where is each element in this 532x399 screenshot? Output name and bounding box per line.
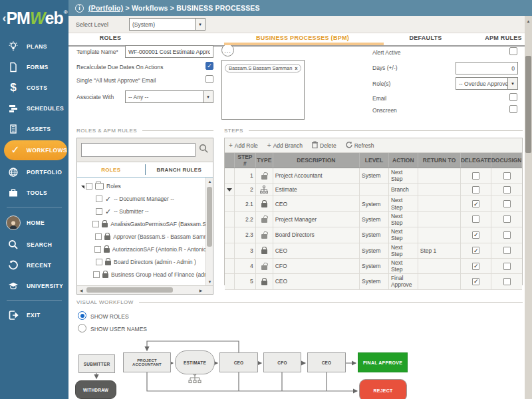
email-checkbox[interactable] [509, 93, 517, 101]
roles-dropdown[interactable]: -- Overdue Approver -- ▼ [456, 77, 518, 90]
sidebar-item-assets[interactable]: ASSETS [0, 118, 68, 139]
tab-branch-rules[interactable]: BRANCH RULES [146, 162, 213, 177]
row-expand-cell[interactable] [225, 227, 235, 242]
table-row[interactable]: 4 CFO System Next Step [225, 259, 522, 274]
select-level-dropdown[interactable]: (System) ▼ [129, 18, 205, 31]
delegate-checkbox[interactable] [472, 231, 479, 239]
column-header-delegate[interactable]: DELEGATE [461, 153, 491, 168]
delegate-checkbox[interactable] [472, 186, 479, 194]
tree-item-checkbox[interactable] [96, 259, 102, 265]
node-cfo[interactable]: CFO [263, 352, 301, 372]
column-header-step[interactable]: STEP # [235, 153, 256, 168]
tree-vertical-scrollbar[interactable]: ▲ ▼ [205, 178, 213, 285]
node-withdraw[interactable]: WITHDRAW [75, 380, 116, 399]
tree-item[interactable]: ✓ -- Document Manager -- [77, 192, 213, 205]
delegate-checkbox[interactable] [472, 278, 479, 285]
docusign-checkbox[interactable] [503, 263, 511, 270]
delegate-checkbox[interactable] [472, 247, 479, 254]
info-icon[interactable]: i [75, 4, 84, 13]
roles-search-input[interactable] [81, 143, 196, 157]
docusign-checkbox[interactable] [503, 247, 511, 254]
tree-item-checkbox[interactable] [94, 246, 101, 253]
tree-item[interactable]: ✓ AutorizacionSAF (Antonio.R - Antonio R… [77, 243, 213, 255]
docusign-checkbox[interactable] [503, 200, 511, 207]
tree-item-checkbox[interactable] [96, 196, 102, 202]
row-expand-cell[interactable] [225, 259, 235, 273]
single-email-checkbox[interactable] [205, 75, 213, 83]
node-submitter[interactable]: SUBMITTER [78, 354, 115, 373]
chevron-down-icon[interactable]: ▼ [195, 19, 205, 30]
row-expand-cell[interactable] [225, 243, 235, 258]
add-branch-button[interactable]: + Add Branch [267, 142, 303, 149]
sidebar-item-search[interactable]: SEARCH [0, 234, 68, 255]
tree-item[interactable]: ✓ -- Submitter -- [77, 205, 213, 217]
column-header-level[interactable]: LEVEL [360, 153, 389, 168]
table-row[interactable]: 2.3 Board Directors System Next Step [225, 227, 522, 243]
docusign-checkbox[interactable] [503, 172, 511, 180]
refresh-button[interactable]: Refresh [346, 142, 374, 150]
node-estimate[interactable]: ESTIMATE [175, 350, 215, 374]
notification-users-box[interactable]: Bassam.S Bassam Samman x [221, 60, 305, 120]
node-ceo-1[interactable]: CEO [219, 352, 258, 372]
sidebar-item-home[interactable]: HOME [0, 211, 68, 234]
delegate-checkbox[interactable] [472, 263, 479, 270]
table-row[interactable]: 1 Project Accountant System Next Step [225, 168, 522, 184]
delegate-checkbox[interactable] [472, 215, 479, 223]
node-reject[interactable]: REJECT [359, 379, 407, 399]
sidebar-item-university[interactable]: UNIVERSITY [0, 275, 68, 296]
row-expand-cell[interactable] [225, 168, 235, 183]
ellipsis-button[interactable]: ... [221, 44, 234, 57]
row-expand-cell[interactable] [225, 196, 235, 211]
chevron-down-icon[interactable]: ▼ [203, 91, 213, 102]
tab-roles-inner[interactable]: ROLES [77, 162, 145, 177]
sidebar-item-recent[interactable]: RECENT [0, 255, 68, 275]
scroll-left-icon[interactable]: ◀ [77, 286, 85, 294]
recalculate-checkbox[interactable] [205, 62, 213, 70]
row-expand-cell[interactable] [225, 212, 235, 227]
tree-item[interactable]: ✓ Business Group Head of Finance (admin … [77, 268, 213, 281]
tree-item-checkbox[interactable] [95, 233, 102, 240]
tab-business-processes[interactable]: BUSINESS PROCESSES (BPM) [256, 35, 349, 41]
add-role-button[interactable]: + Add Role [229, 142, 258, 149]
expand-caret-icon[interactable] [227, 188, 232, 192]
docusign-checkbox[interactable] [503, 186, 511, 194]
sidebar-item-schedules[interactable]: SCHEDULES [0, 98, 68, 118]
tree-item-checkbox[interactable] [93, 271, 100, 278]
remove-tag-icon[interactable]: x [295, 66, 297, 70]
sidebar-item-forms[interactable]: FORMS [0, 57, 68, 77]
docusign-checkbox[interactable] [503, 215, 511, 223]
sidebar-item-exit[interactable]: EXIT [0, 305, 68, 325]
tab-roles[interactable]: ROLES [100, 35, 122, 41]
tree-item-checkbox[interactable] [96, 208, 102, 215]
table-row[interactable]: 2.1 CEO System Next Step [225, 196, 522, 211]
tree-item[interactable]: ✓ AnalisisGastoPermisoSAF (Bassam.S - Ba… [77, 217, 213, 230]
breadcrumb-portfolio-link[interactable]: (Portfolio) [88, 4, 123, 12]
sidebar-item-plans[interactable]: PLANS [0, 36, 68, 57]
alert-active-checkbox[interactable] [509, 47, 517, 55]
tree-item-checkbox[interactable] [86, 183, 92, 190]
scroll-up-icon[interactable]: ▲ [525, 17, 532, 25]
scroll-right-icon[interactable]: ▶ [197, 286, 205, 294]
days-input[interactable] [456, 62, 518, 74]
scroll-up-icon[interactable]: ▲ [206, 178, 213, 185]
chevron-down-icon[interactable]: ▼ [507, 78, 517, 89]
delegate-checkbox[interactable] [472, 200, 479, 207]
column-header-docusign[interactable]: DOCUSIGN [491, 153, 522, 168]
tree-item[interactable]: ✓ Approver (Bassam.S - Bassam Samman) [77, 230, 213, 243]
table-row[interactable]: 5 CEO System Final Approve [225, 274, 522, 289]
node-project-accountant[interactable]: PROJECT ACCOUNTANT [123, 352, 171, 372]
table-row[interactable]: 2 Estimate Branch [225, 184, 522, 196]
docusign-checkbox[interactable] [503, 231, 511, 239]
node-ceo-2[interactable]: CEO [307, 352, 346, 372]
column-header-action[interactable]: ACTION [389, 153, 418, 168]
column-header-return-to[interactable]: RETURN TO [418, 153, 462, 168]
user-tag[interactable]: Bassam.S Bassam Samman x [225, 64, 301, 72]
tree-caret-icon[interactable] [81, 186, 84, 189]
tab-apm-rules[interactable]: APM RULES [485, 35, 522, 41]
tree-horizontal-scrollbar[interactable]: ◀ ▶ [77, 285, 213, 294]
sidebar-item-tools[interactable]: TOOLS [0, 182, 68, 203]
scrollbar-thumb[interactable] [525, 56, 531, 153]
column-header-description[interactable]: DESCRIPTION [273, 153, 360, 168]
show-user-names-radio[interactable] [78, 324, 86, 332]
column-header-type[interactable]: TYPE [256, 153, 273, 168]
